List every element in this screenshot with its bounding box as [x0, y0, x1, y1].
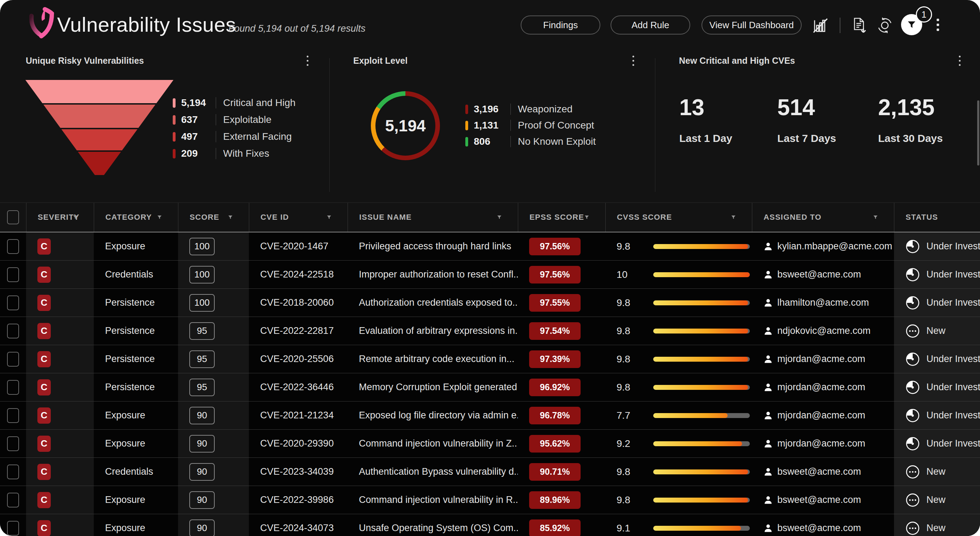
issue-name-label: Privileged access through hard links — [359, 241, 511, 252]
filter-icon[interactable] — [872, 215, 878, 220]
filter-icon[interactable] — [228, 215, 233, 220]
table-row[interactable]: C Exposure 90 CVE-2024-34073 Unsafe Oper… — [0, 514, 980, 536]
row-checkbox[interactable] — [7, 408, 19, 423]
row-checkbox[interactable] — [7, 267, 19, 282]
funnel-legend-item: 497 External Facing — [173, 131, 292, 142]
severity-badge-critical: C — [37, 351, 51, 367]
score-chip: 95 — [189, 322, 215, 340]
select-all-checkbox[interactable] — [7, 210, 19, 224]
filter-icon[interactable] — [584, 215, 590, 220]
legend-label: Weaponized — [518, 103, 573, 115]
table-row[interactable]: C Exposure 90 CVE-2022-39986 Command inj… — [0, 486, 980, 514]
table-row[interactable]: C Persistence 95 CVE-2022-36446 Memory C… — [0, 373, 980, 401]
cvss-score-value: 9.8 — [617, 466, 641, 477]
cvss-score-value: 9.8 — [617, 495, 641, 506]
cvss-score-value: 9.2 — [617, 438, 641, 449]
cve-id-cell: CVE-2018-20060 — [249, 289, 348, 317]
person-icon — [763, 439, 773, 449]
cvss-score-bar — [653, 385, 750, 390]
score-cell: 95 — [178, 317, 249, 345]
cves-panel-menu[interactable] — [953, 53, 967, 68]
funnel-segment — [43, 105, 156, 128]
assignee-email: mjordan@acme.com — [777, 382, 865, 393]
column-header-category[interactable]: CATEGORY — [94, 203, 178, 232]
view-full-dashboard-button[interactable]: View Full Dashboard — [702, 16, 802, 35]
issue-name-cell: Evaluation of arbitrary expressions in..… — [348, 317, 518, 345]
column-header-severity[interactable]: SEVERITY — [26, 203, 94, 232]
kpi-label: Last 7 Days — [777, 132, 836, 144]
score-cell: 90 — [178, 458, 249, 486]
row-checkbox[interactable] — [7, 493, 19, 507]
score-chip: 95 — [189, 379, 215, 396]
epss-score-cell: 90.71% — [518, 458, 605, 486]
cvss-score-bar-fill — [653, 413, 728, 418]
table-row[interactable]: C Exposure 100 CVE-2020-1467 Privileged … — [0, 232, 980, 261]
filter-icon[interactable] — [156, 215, 162, 220]
cvss-score-bar — [653, 357, 750, 362]
column-header-status[interactable]: STATUS — [894, 203, 980, 232]
filter-icon[interactable] — [326, 215, 332, 220]
legend-label: Proof Of Concept — [518, 120, 594, 131]
row-checkbox[interactable] — [7, 521, 19, 536]
status-label: Under Investigation — [926, 297, 980, 308]
row-checkbox[interactable] — [7, 295, 19, 310]
cvss-score-value: 7.7 — [617, 410, 641, 421]
cve-id-label: CVE-2022-39986 — [260, 495, 334, 505]
row-checkbox[interactable] — [7, 324, 19, 338]
row-checkbox[interactable] — [7, 352, 19, 366]
table-row[interactable]: C Persistence 95 CVE-2022-22817 Evaluati… — [0, 317, 980, 345]
column-header-cvss-score[interactable]: CVSS SCORE — [605, 203, 752, 232]
exploit-panel-menu[interactable] — [626, 53, 640, 68]
table-row[interactable]: C Persistence 95 CVE-2020-25506 Remote a… — [0, 345, 980, 373]
legend-value: 3,196 — [474, 103, 503, 115]
column-header-score[interactable]: SCORE — [178, 203, 249, 232]
column-header-cve-id[interactable]: CVE ID — [249, 203, 348, 232]
row-checkbox[interactable] — [7, 436, 19, 451]
legend-value: 5,194 — [181, 97, 209, 108]
add-rule-button[interactable]: Add Rule — [611, 16, 690, 35]
cve-id-label: CVE-2018-20060 — [260, 297, 334, 308]
severity-cell: C — [26, 401, 94, 429]
scrollbar-thumb[interactable] — [977, 100, 979, 165]
severity-cell: C — [26, 486, 94, 514]
issue-name-cell: Authentication Bypass vulnerability d... — [348, 458, 518, 486]
column-header-issue-name[interactable]: ISSUE NAME — [348, 203, 518, 232]
assigned-to-cell: mjordan@acme.com — [752, 401, 894, 429]
column-header-assigned-to[interactable]: ASSIGNED TO — [752, 203, 894, 232]
exploit-legend-item: 806 No Known Exploit — [465, 136, 596, 147]
filter-icon[interactable] — [496, 215, 502, 220]
row-select-cell — [0, 289, 26, 317]
table-row[interactable]: C Exposure 90 CVE-2021-21234 Exposed log… — [0, 401, 980, 430]
refresh-icon[interactable] — [877, 17, 893, 34]
row-checkbox[interactable] — [7, 239, 19, 254]
severity-cell: C — [26, 373, 94, 401]
more-menu-icon[interactable] — [929, 16, 946, 33]
column-header-epss-score[interactable]: EPSS SCORE — [518, 203, 605, 232]
cve-id-label: CVE-2022-22817 — [260, 325, 334, 336]
funnel-panel-menu[interactable] — [300, 53, 315, 68]
category-label: Persistence — [105, 354, 155, 365]
table-row[interactable]: C Credentials 100 CVE-2024-22518 Imprope… — [0, 261, 980, 289]
table-row[interactable]: C Credentials 90 CVE-2023-34039 Authenti… — [0, 458, 980, 486]
export-icon[interactable] — [850, 17, 867, 34]
column-label: CATEGORY — [105, 213, 152, 222]
row-checkbox[interactable] — [7, 465, 19, 479]
table-row[interactable]: C Persistence 100 CVE-2018-20060 Authori… — [0, 289, 980, 317]
cve-id-cell: CVE-2020-1467 — [249, 232, 348, 260]
findings-button[interactable]: Findings — [521, 16, 600, 35]
toggle-charts-icon[interactable] — [812, 17, 829, 34]
status-label: Under Investigation — [926, 269, 980, 280]
filter-icon[interactable] — [72, 215, 78, 220]
status-label: Under Investigation — [926, 354, 980, 365]
severity-badge-critical: C — [37, 379, 51, 395]
epss-score-badge: 89.96% — [529, 491, 581, 509]
cvss-score-bar-fill — [653, 272, 750, 277]
filter-icon[interactable] — [730, 215, 737, 220]
cvss-score-value: 9.8 — [617, 325, 641, 337]
cve-id-cell: CVE-2023-34039 — [249, 458, 348, 486]
score-cell: 90 — [178, 514, 249, 536]
cvss-score-cell: 7.7 — [605, 401, 752, 429]
row-checkbox[interactable] — [7, 380, 19, 395]
status-label: Under Investigation — [926, 241, 980, 252]
table-row[interactable]: C Exposure 90 CVE-2020-29390 Command inj… — [0, 430, 980, 458]
